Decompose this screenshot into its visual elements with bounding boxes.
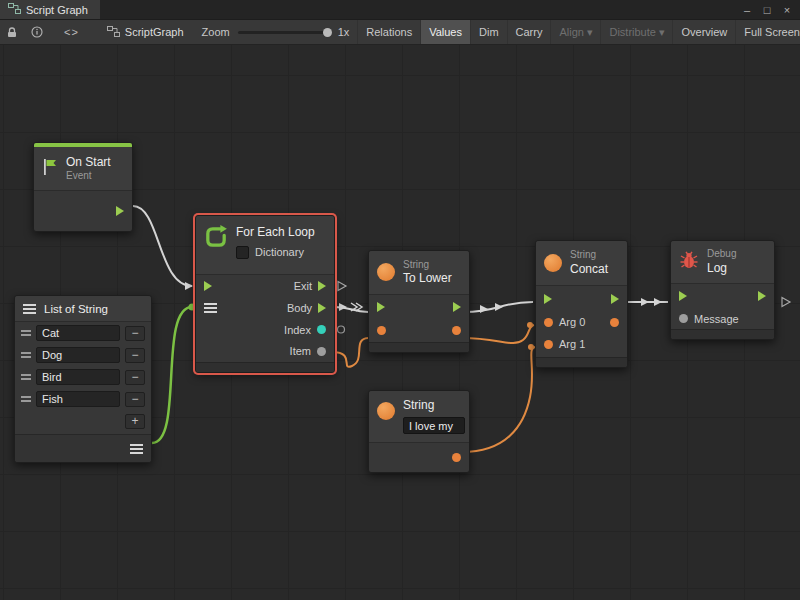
- flow-input-port[interactable]: [679, 291, 687, 301]
- add-item-button[interactable]: +: [125, 414, 145, 429]
- unconnected-flow-triangle[interactable]: [338, 282, 346, 291]
- flow-output-port[interactable]: [611, 294, 619, 304]
- arg0-input-port[interactable]: [544, 318, 553, 327]
- tolower-header: String To Lower: [369, 251, 469, 295]
- chevron-down-icon: ▾: [659, 26, 665, 39]
- flow-output-port[interactable]: [758, 291, 766, 301]
- log-header: Debug Log: [671, 241, 774, 284]
- node-for-each-loop[interactable]: For Each Loop Dictionary Exit Body Index…: [195, 215, 335, 373]
- chevron-down-icon: ▾: [587, 26, 593, 39]
- graph-canvas[interactable]: On Start Event List of String − − −: [0, 45, 800, 600]
- zoom-slider[interactable]: [238, 31, 330, 34]
- string-output-port[interactable]: [610, 318, 619, 327]
- dictionary-checkbox[interactable]: [236, 246, 249, 259]
- string-icon: [377, 402, 395, 420]
- minimize-button[interactable]: –: [738, 4, 756, 16]
- unconnected-flow-triangle[interactable]: [782, 298, 790, 307]
- flow-output-port[interactable]: [453, 302, 461, 312]
- exit-output-port[interactable]: [318, 281, 326, 291]
- fullscreen-button[interactable]: Full Screen: [735, 20, 800, 44]
- flow-input-port[interactable]: [204, 281, 212, 291]
- concat-arg1-row: Arg 1: [536, 333, 627, 355]
- drag-handle-icon[interactable]: [21, 374, 31, 380]
- drag-handle-icon[interactable]: [21, 396, 31, 402]
- node-concat[interactable]: String Concat Arg 0 Arg 1: [535, 240, 628, 368]
- message-input-port[interactable]: [679, 314, 688, 323]
- values-button[interactable]: Values: [420, 20, 470, 44]
- list-output-row: [15, 434, 151, 462]
- on-start-trigger-row: [34, 191, 132, 231]
- foreach-row-index: Index: [196, 319, 334, 341]
- remove-item-button[interactable]: −: [125, 370, 145, 385]
- tolower-flow-row: [369, 295, 469, 319]
- tolower-value-row: [369, 319, 469, 342]
- string-output-port[interactable]: [452, 326, 461, 335]
- remove-item-button[interactable]: −: [125, 392, 145, 407]
- list-item-field[interactable]: [36, 391, 120, 407]
- node-string-literal[interactable]: String: [368, 390, 470, 473]
- overview-button[interactable]: Overview: [672, 20, 735, 44]
- close-button[interactable]: ×: [778, 4, 796, 16]
- node-list-of-string[interactable]: List of String − − − − +: [14, 295, 152, 463]
- wire-tolower-arg0: [462, 325, 534, 343]
- arg1-input-port[interactable]: [544, 340, 553, 349]
- flow-chevron: [495, 303, 503, 311]
- list-item-field[interactable]: [36, 369, 120, 385]
- node-debug-log[interactable]: Debug Log Message: [670, 240, 775, 340]
- code-view-toggle[interactable]: <>: [54, 26, 89, 38]
- list-output-port[interactable]: [130, 444, 143, 454]
- window-controls: – □ ×: [738, 0, 800, 19]
- item-output-port[interactable]: [317, 347, 326, 356]
- wire-arrowhead: [185, 282, 193, 290]
- node-to-lower[interactable]: String To Lower: [368, 250, 470, 353]
- foreach-row-body: Body: [196, 297, 334, 319]
- carry-button[interactable]: Carry: [507, 20, 551, 44]
- drag-handle-icon[interactable]: [21, 330, 31, 336]
- node-on-start[interactable]: On Start Event: [33, 142, 133, 232]
- maximize-button[interactable]: □: [758, 4, 776, 16]
- node-title: To Lower: [403, 271, 452, 286]
- node-footer: [671, 329, 774, 339]
- log-message-row: Message: [671, 308, 774, 329]
- distribute-dropdown[interactable]: Distribute ▾: [600, 20, 672, 44]
- flow-chevron: [480, 305, 488, 313]
- wire-endpoint: [527, 322, 533, 328]
- literal-header: String: [369, 391, 469, 443]
- arg0-label: Arg 0: [559, 316, 585, 328]
- string-output-port[interactable]: [452, 453, 461, 462]
- info-icon[interactable]: [24, 20, 50, 44]
- string-icon: [377, 263, 395, 281]
- body-output-port[interactable]: [318, 303, 326, 313]
- dim-button[interactable]: Dim: [470, 20, 507, 44]
- flow-input-port[interactable]: [544, 294, 552, 304]
- zoom-value: 1x: [338, 26, 350, 38]
- node-subtitle: String: [403, 259, 452, 272]
- tab-script-graph[interactable]: Script Graph: [0, 0, 100, 19]
- node-title: For Each Loop: [236, 225, 315, 240]
- lock-icon[interactable]: [0, 20, 24, 44]
- wire-literal-arg1: [462, 347, 536, 452]
- wire-list-foreach: [152, 307, 192, 443]
- list-input-port[interactable]: [204, 303, 217, 313]
- node-subtitle: Event: [66, 170, 111, 183]
- dictionary-label: Dictionary: [255, 246, 304, 260]
- zoom-label: Zoom: [202, 26, 230, 38]
- zoom-slider-knob[interactable]: [323, 28, 332, 37]
- loop-icon: [204, 225, 228, 253]
- index-output-port[interactable]: [317, 325, 326, 334]
- align-dropdown[interactable]: Align ▾: [550, 20, 600, 44]
- unconnected-value-circle[interactable]: [338, 326, 345, 333]
- string-input-port[interactable]: [377, 326, 386, 335]
- string-value-field[interactable]: [403, 417, 465, 434]
- remove-item-button[interactable]: −: [125, 326, 145, 341]
- item-label: Item: [290, 345, 311, 357]
- flow-output-port[interactable]: [116, 206, 124, 216]
- graph-name[interactable]: ScriptGraph: [93, 26, 194, 39]
- wire-item-tolower: [332, 338, 368, 367]
- list-item-field[interactable]: [36, 325, 120, 341]
- drag-handle-icon[interactable]: [21, 352, 31, 358]
- relations-button[interactable]: Relations: [357, 20, 420, 44]
- flow-input-port[interactable]: [377, 302, 385, 312]
- remove-item-button[interactable]: −: [125, 348, 145, 363]
- list-item-field[interactable]: [36, 347, 120, 363]
